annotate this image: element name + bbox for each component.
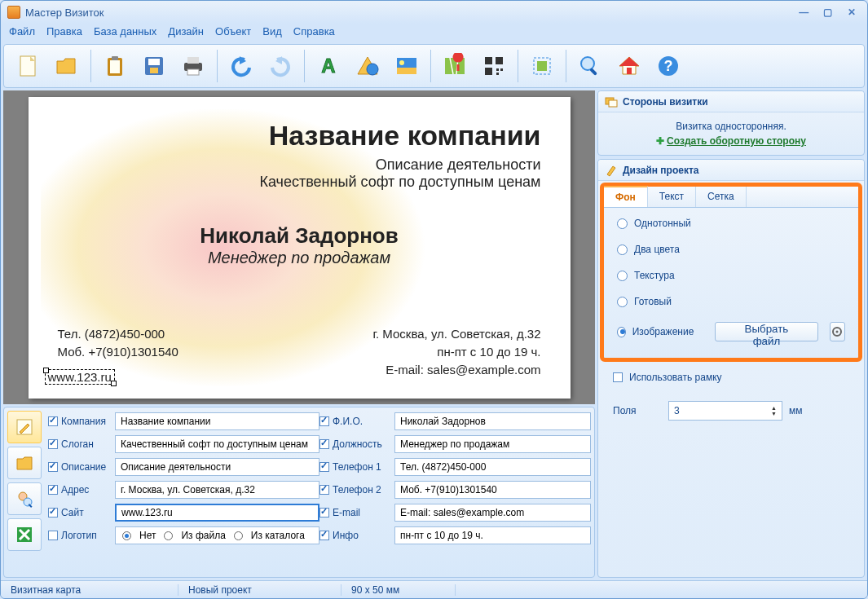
mode-edit-button[interactable]: [7, 411, 42, 443]
svg-rect-26: [589, 68, 597, 76]
menu-help[interactable]: Справка: [293, 25, 335, 40]
open-button[interactable]: [48, 47, 86, 85]
menu-edit[interactable]: Правка: [46, 25, 82, 40]
radio-logo-none[interactable]: [122, 531, 131, 540]
radio-bg-preset[interactable]: [617, 297, 628, 307]
check-use-frame[interactable]: [613, 372, 623, 382]
check-email[interactable]: [319, 508, 329, 518]
maximize-button[interactable]: ▢: [819, 5, 837, 20]
input-tel1[interactable]: [394, 458, 591, 476]
check-info[interactable]: [319, 531, 329, 540]
tab-text[interactable]: Текст: [648, 187, 696, 207]
margins-input[interactable]: 3▲▼: [668, 401, 782, 421]
new-button[interactable]: [9, 47, 46, 85]
preview-button[interactable]: [571, 47, 609, 85]
check-slogan[interactable]: [48, 439, 58, 449]
card-tel[interactable]: Тел. (4872)450-000: [58, 325, 178, 343]
card-person[interactable]: Николай Задорнов: [58, 223, 541, 249]
close-button[interactable]: ✕: [843, 5, 861, 20]
menu-design[interactable]: Дизайн: [168, 25, 204, 40]
input-company[interactable]: [115, 412, 319, 430]
bg-settings-button[interactable]: [830, 322, 845, 341]
input-role[interactable]: [394, 435, 591, 453]
svg-rect-27: [627, 68, 632, 74]
radio-bg-solid[interactable]: [617, 218, 628, 229]
menu-database[interactable]: База данных: [94, 25, 156, 40]
radio-logo-catalog[interactable]: [234, 531, 243, 540]
check-desc[interactable]: [48, 462, 58, 472]
input-desc[interactable]: [115, 458, 319, 476]
radio-bg-image[interactable]: [617, 327, 626, 337]
help-button[interactable]: ?: [650, 47, 687, 85]
input-site[interactable]: [115, 504, 319, 522]
card-addr[interactable]: г. Москва, ул. Советская, д.32: [372, 325, 540, 343]
print-button[interactable]: [174, 47, 212, 85]
logo-radio-group: Нет Из файла Из каталога: [115, 526, 319, 544]
card-email[interactable]: E-mail: sales@example.com: [372, 361, 540, 379]
menubar: Файл Правка База данных Дизайн Объект Ви…: [1, 24, 867, 42]
check-role[interactable]: [319, 439, 329, 449]
svg-text:?: ?: [664, 58, 673, 74]
svg-rect-24: [537, 61, 547, 71]
card-company[interactable]: Название компании: [58, 120, 541, 152]
menu-view[interactable]: Вид: [262, 25, 282, 40]
card-description-2[interactable]: Качественный софт по доступным ценам: [58, 174, 541, 191]
minimize-button[interactable]: —: [795, 5, 813, 20]
canvas[interactable]: Название компании Описание деятельности …: [3, 90, 595, 404]
redo-button[interactable]: [262, 47, 299, 85]
crop-tool-button[interactable]: [523, 47, 561, 85]
map-tool-button[interactable]: [436, 47, 474, 85]
input-tel2[interactable]: [394, 481, 591, 499]
check-logo[interactable]: [48, 531, 58, 540]
check-tel1[interactable]: [319, 462, 329, 472]
svg-rect-9: [187, 69, 199, 75]
mode-db-button[interactable]: [7, 447, 42, 479]
home-button[interactable]: [610, 47, 648, 85]
check-fio[interactable]: [319, 416, 329, 426]
radio-bg-two[interactable]: [617, 244, 628, 255]
card-description-1[interactable]: Описание деятельности: [58, 156, 541, 174]
paste-button[interactable]: [96, 47, 134, 85]
image-tool-button[interactable]: [388, 47, 425, 85]
label-tel2: Телефон 2: [333, 484, 391, 495]
card-hours[interactable]: пн-пт с 10 до 19 ч.: [372, 343, 540, 361]
check-company[interactable]: [48, 416, 58, 426]
spin-up[interactable]: ▲: [771, 405, 777, 411]
check-site[interactable]: [48, 508, 58, 518]
mode-search-button[interactable]: [7, 482, 42, 515]
radio-bg-texture[interactable]: [617, 271, 628, 281]
menu-object[interactable]: Объект: [215, 25, 251, 40]
input-fio[interactable]: [394, 412, 591, 430]
check-addr[interactable]: [48, 485, 58, 495]
label-site: Сайт: [61, 507, 112, 518]
create-back-link[interactable]: Создать оборотную сторону: [667, 135, 806, 147]
business-card[interactable]: Название компании Описание деятельности …: [29, 97, 571, 399]
svg-rect-3: [112, 56, 118, 60]
menu-file[interactable]: Файл: [9, 25, 35, 40]
text-tool-button[interactable]: A: [310, 47, 347, 85]
svg-rect-18: [496, 57, 503, 64]
radio-logo-file[interactable]: [164, 531, 173, 540]
input-slogan[interactable]: [115, 435, 319, 453]
status-type: Визитная карта: [1, 584, 178, 596]
check-tel2[interactable]: [319, 485, 329, 495]
qr-tool-button[interactable]: [475, 47, 513, 85]
card-site-selected[interactable]: www.123.ru: [45, 369, 115, 385]
shape-tool-button[interactable]: [349, 47, 386, 85]
card-mob[interactable]: Моб. +7(910)1301540: [58, 343, 178, 361]
input-email[interactable]: [394, 504, 591, 522]
tab-grid[interactable]: Сетка: [696, 187, 747, 207]
choose-file-button[interactable]: Выбрать файл: [715, 322, 817, 341]
label-desc: Описание: [61, 461, 112, 473]
input-addr[interactable]: [115, 481, 319, 499]
tab-background[interactable]: Фон: [604, 186, 648, 207]
use-frame-label: Использовать рамку: [629, 372, 722, 383]
label-addr: Адрес: [61, 484, 112, 495]
spin-down[interactable]: ▼: [771, 411, 777, 416]
card-role[interactable]: Менеджер по продажам: [58, 249, 541, 267]
mode-export-button[interactable]: [7, 518, 42, 551]
input-info[interactable]: [394, 526, 591, 544]
save-button[interactable]: [135, 47, 173, 85]
design-panel: Дизайн проекта Фон Текст Сетка Однотонны…: [597, 159, 865, 578]
undo-button[interactable]: [223, 47, 260, 85]
